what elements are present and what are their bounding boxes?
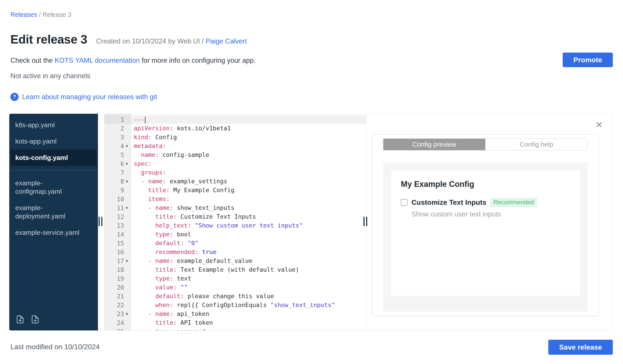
gutter-line-20: 20 <box>104 283 131 292</box>
last-modified: Last modified on 10/10/2024 <box>10 343 100 351</box>
code-line-8[interactable]: - name: example_settings <box>131 177 367 186</box>
gutter-line-10: 10 <box>104 195 131 203</box>
gutter-line-7: 7 <box>104 168 131 177</box>
code-line-18[interactable]: title: Text Example (with default value) <box>131 265 367 274</box>
created-info: Created on 10/10/2024 by Web UI / Paige … <box>96 37 247 45</box>
kots-docs-link[interactable]: KOTS YAML documentation <box>55 57 140 64</box>
gutter-line-13: 13 <box>104 221 131 230</box>
gutter-line-12: 12 <box>104 212 131 221</box>
doc-line: Check out the KOTS YAML documentation fo… <box>10 57 256 64</box>
gutter-line-8: 8▾ <box>104 177 131 186</box>
config-panel: Config previewConfig help My Example Con… <box>372 134 599 316</box>
code-line-23[interactable]: - name: api_token <box>131 309 367 318</box>
code-line-11[interactable]: - name: show_text_inputs <box>131 203 367 212</box>
breadcrumb-separator: / <box>39 11 41 18</box>
import-file-icon[interactable] <box>15 315 25 324</box>
gutter-line-25: 25 <box>104 327 131 331</box>
created-text: Created on 10/10/2024 by Web UI / <box>96 37 204 45</box>
code-line-3[interactable]: kind: Config <box>131 133 367 142</box>
code-line-1[interactable]: --- <box>131 115 367 124</box>
code-line-16[interactable]: recommended: true <box>131 248 367 256</box>
preview-tabs: Config previewConfig help <box>383 139 588 150</box>
code-line-7[interactable]: groups: <box>131 168 367 177</box>
config-preview-area: My Example Config Customize Text Inputs … <box>383 162 588 312</box>
code-line-20[interactable]: value: "" <box>131 283 367 292</box>
config-item-label: Customize Text Inputs <box>411 198 486 206</box>
gutter-line-24: 24 <box>104 318 131 327</box>
code-line-21[interactable]: default: please change this value <box>131 292 367 301</box>
fold-arrow-icon[interactable]: ▾ <box>124 311 130 317</box>
code-line-25[interactable]: type: password <box>131 327 367 330</box>
author-link[interactable]: Paige Calvert <box>206 37 247 45</box>
code-line-13[interactable]: help_text: "Show custom user text inputs… <box>131 221 367 230</box>
channel-status: Not active in any channels <box>10 72 90 80</box>
config-item-row: Customize Text Inputs Recommended <box>401 198 570 207</box>
code-line-12[interactable]: title: Customize Text Inputs <box>131 212 367 221</box>
gutter-line-5: 5 <box>104 150 131 159</box>
pane-resize-handle[interactable] <box>363 217 367 226</box>
gutter-line-16: 16 <box>104 248 131 256</box>
page-title: Edit release 3 <box>10 32 87 46</box>
gutter-line-4: 4▾ <box>104 142 131 150</box>
doc-prefix: Check out the <box>10 57 53 64</box>
gutter-line-11: 11▾ <box>104 203 131 212</box>
gutter-line-9: 9 <box>104 186 131 195</box>
file-item-example-deployment.yaml[interactable]: example-deployment.yaml <box>9 200 98 224</box>
code-line-22[interactable]: when: repl{{ ConfigOptionEquals "show_te… <box>131 301 367 309</box>
fold-arrow-icon[interactable]: ▾ <box>124 143 130 149</box>
gutter-line-22: 22 <box>104 301 131 309</box>
breadcrumb-current: Release 3 <box>43 11 71 18</box>
gutter-line-19: 19 <box>104 274 131 283</box>
tab-config-preview[interactable]: Config preview <box>383 139 485 150</box>
code-line-6[interactable]: spec: <box>131 159 367 168</box>
file-item-example-configmap.yaml[interactable]: example-configmap.yaml <box>9 175 98 200</box>
fold-arrow-icon[interactable]: ▾ <box>124 161 130 166</box>
tab-config-help[interactable]: Config help <box>485 139 587 150</box>
code-line-17[interactable]: - name: example_default_value <box>131 256 367 265</box>
gutter-line-6: 6▾ <box>104 159 131 168</box>
fold-arrow-icon[interactable]: ▾ <box>124 258 130 263</box>
code-line-2[interactable]: apiVersion: kots.io/v1beta1 <box>131 124 367 133</box>
text-cursor <box>145 117 145 123</box>
new-file-icon[interactable] <box>30 315 40 324</box>
gutter-line-23: 23▾ <box>104 309 131 318</box>
code-line-14[interactable]: type: bool <box>131 230 367 239</box>
code-line-24[interactable]: title: API token <box>131 318 367 327</box>
close-icon[interactable]: ✕ <box>595 120 603 129</box>
file-item-k8s-app.yaml[interactable]: k8s-app.yaml <box>9 117 98 133</box>
release-editor-page: Releases / Release 3 Edit release 3 Crea… <box>0 0 623 364</box>
config-item-help: Show custom user text inputs <box>411 210 570 218</box>
file-item-kots-config.yaml[interactable]: kots-config.yaml <box>11 150 97 166</box>
file-item-kots-app.yaml[interactable]: kots-app.yaml <box>9 133 98 150</box>
gutter-line-1: 1 <box>104 115 131 124</box>
save-release-button[interactable]: Save release <box>548 340 613 355</box>
promote-button[interactable]: Promote <box>563 53 613 67</box>
gutter-line-15: 15 <box>104 239 131 248</box>
code-line-5[interactable]: name: config-sample <box>131 150 367 159</box>
code-line-4[interactable]: metadata: <box>131 142 367 150</box>
git-help-link[interactable]: ? Learn about managing your releases wit… <box>10 93 157 101</box>
file-item-example-service.yaml[interactable]: example-service.yaml <box>9 224 98 241</box>
fold-arrow-icon[interactable]: ▾ <box>124 179 130 184</box>
question-icon: ? <box>10 93 19 101</box>
code-line-10[interactable]: items: <box>131 195 367 203</box>
file-tree: k8s-app.yamlkots-app.yamlkots-config.yam… <box>9 114 98 330</box>
gutter-line-2: 2 <box>104 124 131 133</box>
customize-text-inputs-checkbox[interactable] <box>401 199 407 206</box>
file-list: k8s-app.yamlkots-app.yamlkots-config.yam… <box>9 117 98 241</box>
code-line-9[interactable]: title: My Example Config <box>131 186 367 195</box>
gutter-line-17: 17▾ <box>104 256 131 265</box>
code-line-15[interactable]: default: "0" <box>131 239 367 248</box>
gutter-line-21: 21 <box>104 292 131 301</box>
gutter-line-14: 14 <box>104 230 131 239</box>
preview-pane: ✕ Config previewConfig help My Example C… <box>367 114 613 330</box>
code-line-19[interactable]: type: text <box>131 274 367 283</box>
git-help-label: Learn about managing your releases with … <box>22 93 157 101</box>
editor-content[interactable]: ---apiVersion: kots.io/v1beta1kind: Conf… <box>131 114 367 330</box>
pane-resize-handle[interactable] <box>99 217 102 226</box>
code-editor: 1234▾56▾78▾91011▾121314151617▾1819202122… <box>104 114 367 330</box>
title-row: Edit release 3 Created on 10/10/2024 by … <box>10 32 247 46</box>
breadcrumb-releases-link[interactable]: Releases <box>10 11 37 18</box>
doc-suffix: for more info on configuring your app. <box>142 57 256 64</box>
fold-arrow-icon[interactable]: ▾ <box>124 205 130 210</box>
